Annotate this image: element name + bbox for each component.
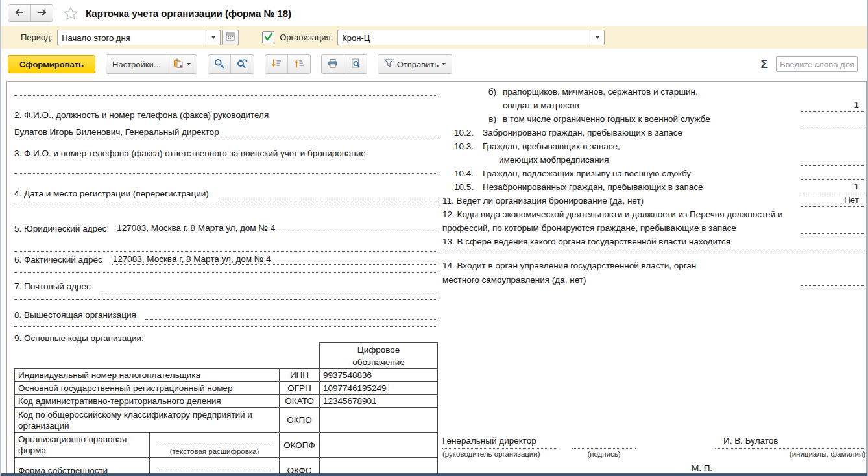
table-row: Форма собственности ОКФС <box>15 458 438 475</box>
field-2-value: Булатов Игорь Виленович, Генеральный дир… <box>14 127 219 137</box>
period-dropdown-button[interactable] <box>206 30 220 45</box>
print-button[interactable] <box>322 55 344 73</box>
period-label: Период: <box>21 32 53 42</box>
row-text: Забронировано граждан, пребывающих в зап… <box>483 127 682 139</box>
row-value <box>801 152 865 166</box>
back-button[interactable] <box>8 5 30 21</box>
forward-icon <box>37 8 47 19</box>
signature-sign-line <box>572 436 636 449</box>
code-abbr: ОКПО <box>280 408 320 433</box>
report-variants-button[interactable] <box>167 55 197 73</box>
calendar-icon <box>226 32 235 43</box>
signature-sign-block: (подпись) <box>572 436 636 458</box>
signature-sign-caption: (подпись) <box>572 450 636 458</box>
row-value: Нет <box>801 193 865 207</box>
period-input[interactable]: Начало этого дня <box>57 30 221 45</box>
codes-value-header: Цифровое обозначение <box>320 343 438 369</box>
form-dotted-line <box>14 161 437 174</box>
row-num: 10.5. <box>442 182 474 193</box>
form-row: 14. Входит в орган управления государств… <box>442 258 865 272</box>
expand-groups-button[interactable] <box>287 55 310 73</box>
search-next-icon <box>237 58 248 71</box>
collapse-groups-button[interactable] <box>265 55 287 73</box>
row-text: Граждан, подлежащих призыву на военную с… <box>483 168 691 180</box>
calendar-button[interactable] <box>222 30 239 45</box>
chevron-down-icon <box>596 36 599 39</box>
search-next-button[interactable] <box>230 55 254 73</box>
autosum-icon[interactable]: Σ <box>761 57 768 71</box>
report-toolbar: Сформировать Настройки... <box>1 49 867 80</box>
row-value <box>801 112 865 125</box>
search-input[interactable] <box>776 56 858 72</box>
generate-button[interactable]: Сформировать <box>8 55 95 73</box>
code-abbr: ОКОПФ <box>280 433 320 458</box>
sub-dotted-line <box>158 471 271 471</box>
organization-dropdown-button[interactable] <box>590 30 604 45</box>
row-text: имеющих мобпредписания <box>499 154 609 166</box>
organization-input[interactable]: Крон-Ц <box>337 30 605 45</box>
organization-label: Организация: <box>280 32 333 42</box>
report-variants-icon <box>173 58 184 71</box>
send-group: Отправить <box>378 54 452 74</box>
signature-name: И. В. Булатов <box>715 436 865 449</box>
filter-bar: Период: Начало этого дня Организация: Кр… <box>1 26 867 49</box>
code-value: 1097746195249 <box>320 382 438 395</box>
form-dotted-line <box>14 287 437 300</box>
print-preview-icon <box>350 58 361 71</box>
signature-role-caption: (руководитель организации) <box>442 450 556 458</box>
search-group <box>208 54 254 74</box>
collapse-groups-icon <box>271 58 282 71</box>
form-row: 11. Ведет ли организация бронирование (д… <box>442 193 865 207</box>
table-row: Основной государственный регистрационный… <box>15 382 438 395</box>
table-row: Организационно-правовая форма (текстовая… <box>15 433 438 458</box>
signature-stamp: М. П. <box>637 463 767 473</box>
title-bar: Карточка учета организации (форма № 18) <box>1 0 867 26</box>
field-9-label: 9. Основные коды организации: <box>14 333 437 343</box>
chevron-down-icon <box>211 36 215 39</box>
codes-table: Цифровое обозначение Индивидуальный номе… <box>14 342 438 474</box>
row-text: солдат и матросов <box>503 100 579 112</box>
form-row: 10.5. Незабронированных граждан, пребыва… <box>442 180 865 193</box>
period-value[interactable]: Начало этого дня <box>58 30 206 45</box>
search-button[interactable] <box>208 55 230 73</box>
code-abbr: ИНН <box>280 369 320 382</box>
row-text: в том числе ограниченно годных к военной… <box>503 113 710 125</box>
table-row: Индивидуальный номер налогоплательщика И… <box>15 369 438 382</box>
back-icon <box>14 8 25 19</box>
form-row: 12. Коды вида экономической деятельности… <box>442 207 865 220</box>
sub-dotted-line <box>158 446 271 446</box>
forward-button[interactable] <box>30 5 53 21</box>
code-label: Форма собственности <box>15 458 150 475</box>
organization-checkbox[interactable] <box>262 31 274 43</box>
form-dotted-line <box>14 239 437 252</box>
code-abbr: ОКАТО <box>280 395 320 408</box>
send-label: Отправить <box>397 60 439 69</box>
form-dotted-line <box>14 260 437 273</box>
field-2-value-line: Булатов Игорь Виленович, Генеральный дир… <box>14 123 437 137</box>
codes-header-row: Цифровое обозначение <box>15 343 438 369</box>
organization-value[interactable]: Крон-Ц <box>338 30 590 45</box>
field-3-label: 3. Ф.И.О. и номер телефона (факса) ответ… <box>14 149 437 158</box>
send-button[interactable]: Отправить <box>378 55 452 73</box>
row-text: Граждан, пребывающих в запасе, <box>483 141 620 152</box>
form-dotted-line <box>14 314 437 327</box>
code-sub-cell <box>150 458 280 475</box>
print-group <box>321 54 367 74</box>
row-text: 11. Ведет ли организация бронирование (д… <box>442 195 644 207</box>
form-dotted-line <box>14 193 437 206</box>
favorite-star-icon[interactable] <box>64 6 78 20</box>
code-label: Код административно-территориального дел… <box>15 395 280 408</box>
code-abbr: ОКФС <box>280 458 320 475</box>
settings-button[interactable]: Настройки... <box>106 55 167 73</box>
row-num: в) <box>442 113 496 125</box>
form-row: имеющих мобпредписания <box>442 152 865 166</box>
expand-groups-icon <box>294 58 304 71</box>
code-value <box>320 458 438 475</box>
print-preview-button[interactable] <box>344 55 367 73</box>
print-icon <box>328 58 338 71</box>
report-area[interactable]: 2. Ф.И.О., должность и номер телефона (ф… <box>6 81 867 474</box>
report-right-column: б) прапорщиков, мичманов, сержантов и ст… <box>442 82 865 473</box>
form-row: солдат и матросов 1 <box>442 98 865 112</box>
grouping-group <box>265 54 311 74</box>
sub-caption: (текстовая расшифровка) <box>158 447 271 457</box>
